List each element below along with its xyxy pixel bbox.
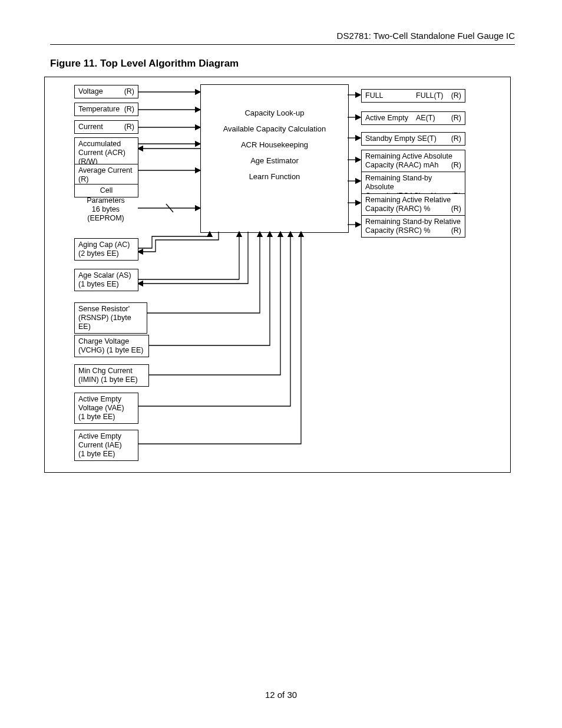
l2: Capacity (RSRC) % (365, 226, 430, 235)
page-number: 12 of 30 (0, 690, 562, 700)
c1: Capacity Look-up (201, 108, 348, 117)
mid: AE(T) (416, 114, 435, 123)
tag: (R) (124, 87, 134, 96)
doc-header: DS2781: Two-Cell Standalone Fuel Gauge I… (337, 31, 515, 41)
l1: Remaining Stand-by Relative (365, 218, 461, 226)
ee-ac: Aging Cap (AC) (2 bytes EE) (74, 238, 138, 261)
label: Voltage (78, 87, 103, 95)
label: FULL (365, 91, 384, 100)
l2: (RSNSP) (1byte EE) (78, 314, 143, 331)
label: Temperature (78, 105, 120, 113)
l1: Aging Cap (AC) (78, 241, 134, 249)
tag: (R) (451, 91, 461, 100)
input-temperature: Temperature (R) (74, 103, 138, 116)
l1: Charge Voltage (78, 337, 145, 346)
algorithm-diagram: Voltage (R) Temperature (R) Current (R) … (44, 77, 511, 473)
tag: (R) (451, 161, 461, 170)
tag: (R) (451, 226, 461, 235)
output-rsrc: Remaining Stand-by Relative Capacity (RS… (361, 215, 465, 238)
tag: (R) (78, 175, 88, 183)
input-cell-params-text: Parameters 16 bytes (EEPROM) (74, 196, 137, 223)
l2: Current (IAE) (78, 441, 134, 450)
c3: ACR Housekeeping (201, 140, 348, 149)
output-active-empty: Active Empty (R) AE(T) (361, 111, 465, 125)
header-rule (50, 44, 515, 45)
ee-vae: Active Empty Voltage (VAE) (1 byte EE) (74, 393, 138, 424)
output-raac: Remaining Active Absolute Capacity (RAAC… (361, 150, 465, 172)
mid: SE(T) (417, 134, 437, 143)
c2: Available Capacity Calculation (201, 124, 348, 133)
ee-imin: Min Chg Current (IMIN) (1 byte EE) (74, 364, 149, 387)
l2: (IMIN) (1 byte EE) (78, 375, 145, 384)
center-algorithm-box: Capacity Look-up Available Capacity Calc… (200, 84, 349, 233)
output-standby-empty: Standby Empty SE(T) (R) (361, 132, 465, 146)
tag: (R) (451, 134, 461, 143)
label: Active Empty (365, 114, 408, 122)
l1: Remaining Active Relative (365, 196, 461, 205)
c5: Learn Function (201, 172, 348, 181)
l3: (1 byte EE) (78, 450, 134, 459)
page: DS2781: Two-Cell Standalone Fuel Gauge I… (0, 0, 562, 728)
l3: (1 byte EE) (78, 413, 134, 421)
l3: 16 bytes (74, 205, 137, 214)
tag: (R) (451, 114, 461, 123)
l1: Remaining Stand-by Absolute (365, 174, 461, 192)
output-rarc: Remaining Active Relative Capacity (RARC… (361, 193, 465, 216)
l2: Parameters (74, 196, 137, 205)
l2: Voltage (VAE) (78, 404, 134, 413)
tag: (R) (451, 205, 461, 213)
l1: Remaining Active Absolute (365, 152, 461, 161)
input-current: Current (R) (74, 120, 138, 134)
input-avg-current: Average Current (R) (74, 164, 138, 186)
mid: FULL(T) (416, 91, 444, 100)
ee-vchg: Charge Voltage (VCHG) (1 byte EE) (74, 335, 149, 357)
figure-title: Figure 11. Top Level Algorithm Diagram (50, 58, 239, 70)
l2: (VCHG) (1 byte EE) (78, 346, 145, 355)
l2: (1 bytes EE) (78, 280, 134, 289)
label: Average Current (78, 166, 133, 174)
ee-iae: Active Empty Current (IAE) (1 byte EE) (74, 430, 138, 461)
label: Accumulated Current (ACR) (78, 140, 125, 157)
l1: Age Scalar (AS) (78, 271, 134, 280)
l2: Capacity (RARC) % (365, 205, 430, 213)
output-full: FULL (R) FULL(T) (361, 89, 465, 103)
l2: Capacity (RAAC) mAh (365, 161, 438, 169)
input-voltage: Voltage (R) (74, 85, 138, 98)
input-cell-params: Cell (74, 184, 138, 197)
tag: (R) (124, 123, 134, 131)
label: Standby Empty (365, 134, 415, 143)
l1: Active Empty (78, 395, 134, 404)
l2: (2 bytes EE) (78, 249, 134, 258)
l1: Sense Resistor' (78, 305, 143, 314)
label: Current (78, 123, 103, 131)
c4: Age Estimator (201, 156, 348, 165)
ee-as: Age Scalar (AS) (1 bytes EE) (74, 269, 138, 291)
l1: Active Empty (78, 432, 134, 441)
l1: Min Chg Current (78, 367, 145, 375)
l1: Cell (75, 186, 138, 195)
ee-rsnsp: Sense Resistor' (RSNSP) (1byte EE) (74, 302, 147, 334)
l4: (EEPROM) (74, 214, 137, 223)
tag: (R) (124, 105, 134, 114)
